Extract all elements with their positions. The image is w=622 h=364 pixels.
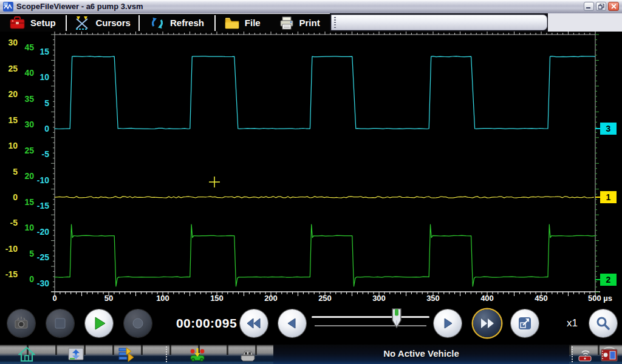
home-button[interactable] bbox=[18, 346, 35, 362]
y-axis-label-ch2: 35 bbox=[19, 94, 34, 104]
y-axis-label-ch1: 0 bbox=[1, 192, 18, 202]
x-axis-label: 250 bbox=[298, 294, 352, 303]
step-back-button[interactable] bbox=[278, 309, 306, 337]
y-axis-label-ch1: 30 bbox=[1, 38, 18, 47]
title-bar: ScopeFileViewer - a6 pump 3.vsm bbox=[0, 0, 622, 14]
waveform-channel-3 bbox=[55, 56, 595, 129]
record-button bbox=[124, 309, 152, 337]
y-axis-label-ch1: 20 bbox=[1, 89, 18, 99]
home-icon bbox=[18, 346, 35, 362]
y-axis-label-ch2: 5 bbox=[19, 249, 34, 258]
print-button[interactable]: Print bbox=[269, 14, 330, 32]
magnifier-icon bbox=[595, 315, 611, 331]
slider-track-lower bbox=[315, 325, 426, 326]
channel-marker-3[interactable]: 3 bbox=[600, 123, 617, 135]
vehicle-button[interactable] bbox=[239, 346, 256, 362]
play-button[interactable] bbox=[85, 309, 113, 337]
double-right-arrow-icon bbox=[479, 316, 496, 331]
y-axis-label-ch1: 5 bbox=[1, 167, 18, 177]
rewind-button[interactable] bbox=[240, 309, 268, 337]
y-axis-label-ch2: 0 bbox=[19, 274, 34, 284]
refresh-button[interactable]: Refresh bbox=[140, 14, 215, 32]
y-axis-label-ch2: 40 bbox=[19, 68, 34, 78]
refresh-icon bbox=[150, 16, 165, 30]
step-forward-button[interactable] bbox=[434, 309, 462, 337]
status-slot: No Active Vehicle bbox=[273, 345, 569, 364]
toolbar: Setup Cursors Refr bbox=[0, 13, 622, 32]
x-axis-label: 50 bbox=[81, 294, 136, 303]
scope-module-button[interactable] bbox=[600, 346, 617, 362]
slider-thumb[interactable] bbox=[391, 308, 402, 329]
taskbar: No Active Vehicle bbox=[0, 345, 622, 364]
data-manager-button[interactable] bbox=[118, 346, 135, 362]
y-axis-label-ch2: 45 bbox=[19, 42, 34, 52]
toolbar-grip[interactable] bbox=[334, 17, 336, 28]
expand-button[interactable] bbox=[511, 309, 539, 337]
window-title: ScopeFileViewer - a6 pump 3.vsm bbox=[16, 2, 143, 11]
y-axis-label-ch2: 25 bbox=[19, 146, 34, 155]
x-axis-label: 300 bbox=[352, 294, 406, 303]
fast-forward-button[interactable] bbox=[473, 309, 501, 337]
channel-marker-2[interactable]: 2 bbox=[600, 274, 617, 286]
vehicle-config-button[interactable] bbox=[189, 346, 206, 362]
scope-area: 302520151050-5-10-1545403530252015105015… bbox=[0, 32, 622, 303]
folder-icon bbox=[225, 17, 239, 29]
y-axis-label-ch2: 10 bbox=[19, 223, 34, 232]
restore-button[interactable] bbox=[596, 2, 606, 11]
wireless-icon bbox=[577, 346, 594, 362]
y-axis-label-ch2: 20 bbox=[19, 171, 34, 181]
waveform-channel-2 bbox=[55, 224, 595, 286]
y-axis-label-ch1: 25 bbox=[1, 64, 18, 73]
y-axis-label-ch3: -5 bbox=[35, 149, 49, 159]
y-axis-label-ch1: 10 bbox=[1, 141, 18, 150]
x-axis-label: 100 bbox=[135, 294, 190, 303]
camera-icon bbox=[13, 316, 29, 331]
data-exchange-button[interactable] bbox=[67, 346, 84, 362]
y-axis-label-ch1: -5 bbox=[1, 218, 18, 228]
y-axis-label-ch3: -20 bbox=[35, 227, 49, 237]
file-label: File bbox=[245, 18, 261, 28]
refresh-label: Refresh bbox=[170, 18, 204, 28]
wireless-button[interactable] bbox=[577, 346, 594, 362]
double-left-arrow-icon bbox=[245, 316, 262, 331]
play-icon bbox=[91, 315, 108, 332]
time-display: 00:00:095 bbox=[165, 316, 248, 331]
stop-icon bbox=[53, 316, 67, 331]
close-button[interactable] bbox=[608, 2, 619, 11]
snapshot-button bbox=[7, 309, 35, 337]
vehicle-status: No Active Vehicle bbox=[273, 348, 569, 359]
cursors-button[interactable]: Cursors bbox=[67, 14, 138, 32]
x-axis-label: 500 µs bbox=[573, 294, 622, 303]
y-axis-label-ch2: 30 bbox=[19, 120, 34, 129]
toolbar-buttons: Setup Cursors Refr bbox=[0, 13, 330, 32]
zoom-button[interactable] bbox=[589, 309, 617, 337]
y-axis-label-ch3: -30 bbox=[35, 278, 49, 288]
taskbar-separator bbox=[166, 346, 167, 362]
right-arrow-icon bbox=[440, 316, 455, 331]
file-button[interactable]: File bbox=[216, 14, 269, 32]
scope-plot bbox=[0, 32, 622, 303]
toolbar-end bbox=[548, 13, 622, 32]
print-label: Print bbox=[299, 18, 320, 28]
printer-icon bbox=[279, 16, 294, 30]
zoom-factor: x1 bbox=[558, 317, 587, 329]
y-axis-label-ch3: -25 bbox=[35, 252, 49, 262]
y-axis-label-ch3: 15 bbox=[35, 47, 49, 56]
x-axis-label: 200 bbox=[244, 294, 298, 303]
scope-module-icon bbox=[600, 346, 618, 362]
y-axis-label-ch3: -10 bbox=[35, 175, 49, 185]
taskbar-separator bbox=[572, 346, 573, 362]
expand-icon bbox=[517, 315, 533, 331]
x-axis-label: 150 bbox=[190, 294, 244, 303]
x-axis-label: 350 bbox=[406, 294, 460, 303]
minimize-button[interactable] bbox=[584, 2, 594, 11]
channel-marker-1[interactable]: 1 bbox=[600, 191, 617, 203]
left-arrow-icon bbox=[285, 316, 299, 331]
data-exchange-icon bbox=[67, 346, 84, 362]
setup-button[interactable]: Setup bbox=[0, 14, 66, 32]
slider-track[interactable] bbox=[312, 316, 429, 318]
cursors-icon bbox=[74, 16, 90, 30]
app-icon bbox=[3, 2, 13, 12]
toolbox-icon bbox=[10, 16, 25, 30]
y-axis-label-ch3: 5 bbox=[35, 98, 49, 108]
